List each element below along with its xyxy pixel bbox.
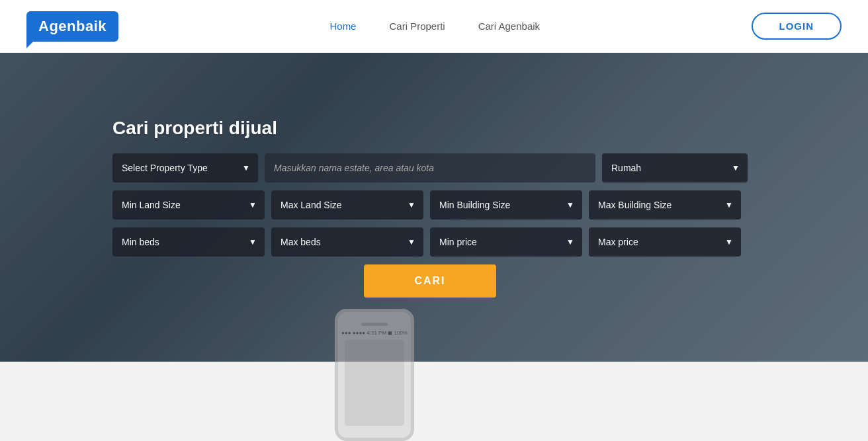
min-price-wrapper[interactable]: Min price ▼ <box>430 227 582 257</box>
bottom-section: ●●● ●●●● 4:31 PM ◼ 100% <box>0 362 868 441</box>
location-input[interactable] <box>265 153 595 182</box>
cari-button[interactable]: CARI <box>364 264 496 298</box>
hero-content: Cari properti dijual Select Property Typ… <box>0 118 868 298</box>
hero-title: Cari properti dijual <box>112 118 868 139</box>
min-land-size-wrapper[interactable]: Min Land Size ▼ <box>112 190 265 220</box>
nav-cari-agenbaik[interactable]: Cari Agenbaik <box>478 20 540 32</box>
min-land-size-select[interactable]: Min Land Size <box>112 190 265 220</box>
max-building-size-wrapper[interactable]: Max Building Size ▼ <box>589 190 741 220</box>
property-type-wrapper[interactable]: Select Property Type Rumah Apartemen Tan… <box>112 153 258 182</box>
category-select[interactable]: Rumah Apartemen Tanah <box>602 153 748 182</box>
nav-cari-properti[interactable]: Cari Properti <box>389 20 445 32</box>
min-beds-wrapper[interactable]: Min beds ▼ <box>112 227 265 257</box>
max-price-select[interactable]: Max price <box>589 227 741 257</box>
form-row-2: Min Land Size ▼ Max Land Size ▼ Min Buil… <box>112 190 748 220</box>
max-price-wrapper[interactable]: Max price ▼ <box>589 227 741 257</box>
form-row-1: Select Property Type Rumah Apartemen Tan… <box>112 153 748 182</box>
form-row-3: Min beds ▼ Max beds ▼ Min price ▼ <box>112 227 748 257</box>
nav-home[interactable]: Home <box>329 20 356 32</box>
max-land-size-select[interactable]: Max Land Size <box>271 190 423 220</box>
header: Agenbaik Home Cari Properti Cari Agenbai… <box>0 0 868 53</box>
min-building-size-wrapper[interactable]: Min Building Size ▼ <box>430 190 582 220</box>
logo-text: Agenbaik <box>26 11 118 42</box>
login-button[interactable]: LOGIN <box>752 13 842 40</box>
max-land-size-wrapper[interactable]: Max Land Size ▼ <box>271 190 423 220</box>
property-type-select[interactable]: Select Property Type Rumah Apartemen Tan… <box>112 153 258 182</box>
form-row-cari: CARI <box>112 264 748 298</box>
category-wrapper[interactable]: Rumah Apartemen Tanah ▼ <box>602 153 748 182</box>
min-price-select[interactable]: Min price <box>430 227 582 257</box>
hero-section: Cari properti dijual Select Property Typ… <box>0 53 868 362</box>
max-beds-wrapper[interactable]: Max beds ▼ <box>271 227 423 257</box>
min-beds-select[interactable]: Min beds <box>112 227 265 257</box>
max-beds-select[interactable]: Max beds <box>271 227 423 257</box>
max-building-size-select[interactable]: Max Building Size <box>589 190 741 220</box>
main-nav: Home Cari Properti Cari Agenbaik <box>329 20 540 32</box>
min-building-size-select[interactable]: Min Building Size <box>430 190 582 220</box>
search-form: Select Property Type Rumah Apartemen Tan… <box>112 153 748 298</box>
logo[interactable]: Agenbaik <box>26 11 118 42</box>
